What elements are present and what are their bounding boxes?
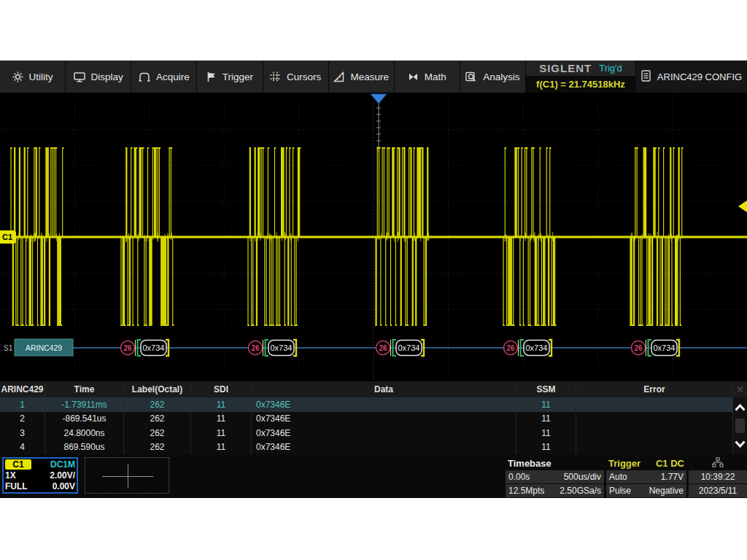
- table-row[interactable]: 4869.590us262110x7346E11: [0, 440, 733, 456]
- screenshot-canvas: Utility Display Acquire Trigger Cursors: [0, 0, 747, 560]
- acquire-gate-icon: [139, 71, 150, 82]
- channel1-offset: 0.00V: [53, 481, 75, 491]
- trigger-source: C1 DC: [656, 458, 684, 469]
- decode-frame: 260x734: [121, 340, 169, 356]
- scrollbar-track[interactable]: [735, 419, 745, 433]
- table-cell: 4: [0, 440, 45, 455]
- network-icon: [712, 457, 724, 470]
- menu-measure[interactable]: Measure: [329, 61, 395, 93]
- table-cell: 11: [516, 412, 576, 427]
- menu-math[interactable]: Math: [395, 61, 460, 93]
- decode-table-scrollbar: ✕: [733, 381, 747, 454]
- scroll-down-icon[interactable]: [733, 435, 747, 453]
- waveform-svg: C1S1ARINC429260x734260x734260x734260x734…: [0, 93, 747, 381]
- decode-table: ARINC429TimeLabel(Octal)SDIDataSSMError …: [0, 381, 747, 454]
- trigger-box[interactable]: Trigger C1 DC Auto 1.77V Pulse Negative: [606, 457, 686, 497]
- brand-status-block: SIGLENT Trig'd f(C1) = 21.74518kHz: [526, 61, 636, 93]
- gear-icon: [12, 71, 23, 82]
- svg-text:26: 26: [123, 344, 132, 352]
- table-cell: 262: [124, 440, 191, 455]
- menu-math-label: Math: [425, 71, 446, 82]
- svg-text:26: 26: [634, 344, 643, 352]
- table-cell: 11: [516, 440, 576, 455]
- waveform-display: C1S1ARINC429260x734260x734260x734260x734…: [0, 93, 747, 381]
- channel1-position-marker[interactable]: C1: [0, 230, 16, 244]
- system-date: 2023/5/11: [699, 486, 738, 496]
- table-cell: 11: [191, 426, 252, 440]
- trigger-slope: Negative: [649, 486, 684, 496]
- table-cell: 262: [124, 397, 191, 412]
- decode-frame: 260x734: [376, 340, 425, 356]
- table-header-label-octal-: Label(Octal): [124, 381, 191, 397]
- close-icon[interactable]: ✕: [733, 381, 747, 397]
- trigger-status-badge: Trig'd: [599, 63, 622, 74]
- arinc429-config-label: ARINC429 CONFIG: [657, 71, 742, 82]
- table-cell: 3: [0, 426, 45, 440]
- menu-bar: Utility Display Acquire Trigger Cursors: [0, 61, 747, 93]
- trigger-mode: Auto: [609, 472, 627, 482]
- status-bar: C1 DC1M 1X 2.00V/ FULL 0.00V Timebase 0.…: [0, 454, 747, 498]
- menu-utility[interactable]: Utility: [0, 61, 66, 93]
- timebase-delay: 0.00s: [508, 472, 530, 482]
- table-cell: 0x7346E: [252, 412, 516, 427]
- svg-text:C1: C1: [2, 233, 12, 241]
- menu-trigger-label: Trigger: [222, 71, 253, 82]
- decode-frame: 260x734: [504, 340, 552, 356]
- table-cell: 11: [191, 440, 252, 455]
- menu-analysis-label: Analysis: [483, 71, 519, 82]
- memory-depth: 12.5Mpts: [508, 486, 544, 496]
- trigger-level: 1.77V: [661, 472, 684, 482]
- table-header-error: Error: [576, 381, 733, 397]
- bowtie-icon: [408, 71, 419, 82]
- flag-icon: [206, 71, 217, 82]
- table-header-sdi: SDI: [191, 381, 252, 397]
- table-cell: 11: [516, 426, 576, 440]
- table-header-arinc429: ARINC429: [0, 381, 45, 397]
- menu-display[interactable]: Display: [66, 61, 131, 93]
- table-cell: 24.8000ns: [45, 426, 124, 440]
- table-row[interactable]: 1-1.73911ms262110x7346E11: [0, 397, 733, 413]
- monitor-icon: [74, 71, 85, 82]
- set-square-icon: [333, 71, 344, 82]
- svg-text:0x734: 0x734: [398, 343, 420, 352]
- trigger-title: Trigger: [608, 458, 640, 469]
- menu-cursors[interactable]: Cursors: [263, 61, 329, 93]
- decode-table-header: ARINC429TimeLabel(Octal)SDIDataSSMError: [0, 381, 733, 398]
- menu-acquire[interactable]: Acquire: [131, 61, 197, 93]
- arinc429-config-button[interactable]: ARINC429 CONFIG: [636, 61, 747, 93]
- magnifier-doc-icon: [465, 71, 477, 82]
- svg-text:26: 26: [506, 344, 515, 352]
- table-cell: -1.73911ms: [45, 397, 124, 412]
- timebase-scale: 500us/div: [564, 472, 601, 482]
- menu-trigger[interactable]: Trigger: [197, 61, 263, 93]
- table-header-ssm: SSM: [516, 381, 576, 397]
- channel1-scale: 2.00V/: [50, 470, 75, 481]
- svg-text:0x734: 0x734: [654, 343, 676, 352]
- channel1-probe: 1X: [5, 470, 16, 481]
- scroll-up-icon[interactable]: [733, 399, 747, 416]
- frequency-readout: f(C1) = 21.74518kHz: [526, 76, 635, 93]
- svg-text:26: 26: [251, 344, 260, 352]
- table-row[interactable]: 2-869.541us262110x7346E11: [0, 412, 733, 427]
- timebase-box[interactable]: Timebase 0.00s 500us/div 12.5Mpts 2.50GS…: [506, 457, 604, 497]
- menu-cursors-label: Cursors: [287, 71, 321, 82]
- svg-text:0x734: 0x734: [143, 343, 165, 352]
- table-cell: 1: [0, 397, 45, 412]
- oscilloscope-screen: Utility Display Acquire Trigger Cursors: [0, 61, 747, 498]
- timebase-title: Timebase: [508, 458, 551, 469]
- table-cell: 0x7346E: [252, 440, 516, 455]
- menu-measure-label: Measure: [350, 71, 389, 82]
- table-cell: 2: [0, 412, 45, 427]
- menu-analysis[interactable]: Analysis: [460, 61, 526, 93]
- empty-channel-slot: [85, 457, 169, 494]
- menu-acquire-label: Acquire: [156, 71, 190, 82]
- menu-utility-label: Utility: [29, 71, 53, 82]
- table-cell: [576, 397, 733, 412]
- crosshair-icon: [128, 464, 128, 489]
- table-cell: 0x7346E: [252, 426, 516, 440]
- table-header-time: Time: [45, 381, 124, 397]
- channel1-box[interactable]: C1 DC1M 1X 2.00V/ FULL 0.00V: [2, 457, 78, 494]
- svg-text:0x734: 0x734: [271, 343, 293, 352]
- table-row[interactable]: 324.8000ns262110x7346E11: [0, 426, 733, 441]
- decode-frame: 260x734: [632, 340, 680, 356]
